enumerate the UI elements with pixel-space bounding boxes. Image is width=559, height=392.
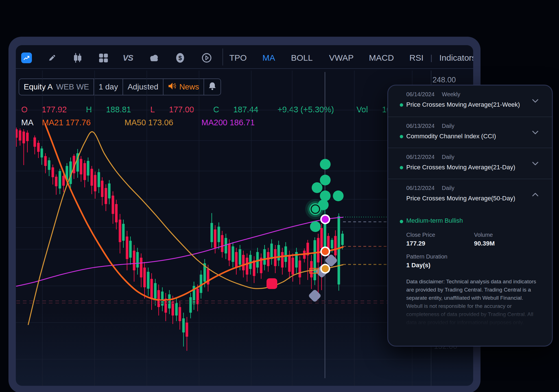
volume-value: 90.39M (474, 240, 536, 247)
signal-title: Price Crosses Moving Average(50-Day) (406, 195, 552, 202)
pattern-duration-label: Pattern Duration (406, 253, 536, 260)
bullish-dot (400, 103, 403, 107)
volume-label: Volume (474, 232, 536, 238)
bullish-dot (400, 220, 403, 223)
price-axis-label-top: 248.00 (433, 76, 456, 84)
signal-title: Price Crosses Moving Average(21-Week) (406, 101, 552, 108)
signal-date: 06/14/2024 (406, 91, 434, 97)
chevron-down-icon[interactable] (532, 131, 538, 134)
signal-period: Weekly (442, 91, 460, 97)
signal-date: 06/13/2024 (406, 123, 434, 129)
signal-period: Daily (442, 154, 454, 160)
bullish-dot (400, 166, 403, 169)
signal-entry[interactable]: 06/14/2024Weekly Price Crosses Moving Av… (388, 86, 552, 117)
sentiment-label: Medium-term Bullish (406, 217, 536, 224)
data-disclaimer: Data disclaimer: Technical analysis data… (406, 277, 537, 328)
signal-title: Price Crosses Moving Average(21-Day) (406, 164, 552, 171)
signal-detail: Medium-term Bullish Close Price 177.29 V… (388, 210, 552, 328)
signal-title: Commodity Channel Index (CCI) (406, 133, 552, 140)
signal-date: 06/12/2024 (406, 185, 434, 191)
signal-entry[interactable]: 06/13/2024Daily Commodity Channel Index … (388, 117, 552, 148)
signal-entry-expanded[interactable]: 06/12/2024Daily Price Crosses Moving Ave… (388, 179, 552, 210)
pattern-duration-value: 1 Day(s) (406, 262, 536, 269)
close-price-value: 177.29 (406, 240, 474, 247)
bullish-dot (400, 135, 403, 138)
chevron-down-icon[interactable] (532, 162, 538, 165)
signal-period: Daily (442, 185, 454, 191)
signal-period: Daily (442, 123, 454, 129)
signal-date: 06/12/2024 (406, 154, 434, 160)
screenshot-stage: VS $ TPO (0, 0, 559, 392)
chevron-down-icon[interactable] (532, 99, 538, 103)
close-price-label: Close Price (406, 232, 474, 238)
signal-entry[interactable]: 06/12/2024Daily Price Crosses Moving Ave… (388, 148, 552, 179)
chevron-up-icon[interactable] (532, 193, 538, 196)
technical-signals-panel: 06/14/2024Weekly Price Crosses Moving Av… (387, 85, 553, 347)
